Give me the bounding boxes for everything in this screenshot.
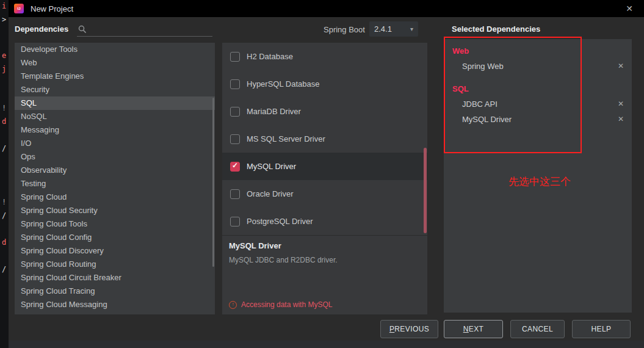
- selected-dependency-item: JDBC API: [462, 100, 497, 109]
- dependency-label: Oracle Driver: [247, 189, 294, 198]
- category-spring-cloud-messaging[interactable]: Spring Cloud Messaging: [15, 298, 215, 311]
- remove-dependency-icon[interactable]: ✕: [617, 100, 625, 108]
- guide-link-label: Accessing data with MySQL: [241, 300, 332, 309]
- category-spring-cloud-circuit-breaker[interactable]: Spring Cloud Circuit Breaker: [15, 271, 215, 285]
- background-code-glyph: /: [2, 265, 6, 274]
- cancel-button[interactable]: CANCEL: [510, 320, 565, 338]
- dependency-label: MySQL Driver: [247, 162, 296, 171]
- dependency-label: HyperSQL Database: [247, 79, 319, 89]
- next-button[interactable]: NEXT: [444, 320, 503, 338]
- dependency-checkbox[interactable]: [230, 217, 240, 227]
- selected-dependencies-panel: Web Spring Web ✕ SQL JDBC API ✕ MySQL Dr…: [444, 39, 632, 313]
- dependency-label: MS SQL Server Driver: [247, 134, 325, 143]
- background-code-glyph: !: [2, 198, 6, 206]
- dependency-row[interactable]: Oracle Driver: [222, 180, 427, 208]
- wizard-footer: PREVIOUS NEXT CANCEL HELP: [9, 316, 644, 341]
- dependency-detail-description: MySQL JDBC and R2DBC driver.: [229, 256, 427, 264]
- categories-scrollbar[interactable]: [212, 98, 214, 267]
- selected-group-sql: SQL: [452, 84, 469, 93]
- dependency-checkbox-checked[interactable]: ✓: [230, 162, 240, 172]
- close-icon[interactable]: ✕: [626, 4, 633, 13]
- spring-boot-label: Spring Boot: [324, 25, 365, 34]
- previous-button[interactable]: PREVIOUS: [380, 320, 438, 338]
- background-code-glyph: j: [2, 65, 6, 73]
- selected-group-web: Web: [452, 46, 469, 56]
- dependency-row[interactable]: H2 Database: [222, 43, 427, 70]
- intellij-logo-icon: IJ: [14, 4, 24, 13]
- guide-link[interactable]: ↑ Accessing data with MySQL: [229, 300, 332, 309]
- background-code-glyph: d: [2, 238, 6, 247]
- selected-dependency-item: Spring Web: [462, 62, 504, 71]
- search-icon: [78, 25, 87, 34]
- dependency-label: MariaDB Driver: [247, 107, 301, 116]
- background-code-glyph: d: [2, 117, 6, 126]
- dependency-checkbox[interactable]: [230, 134, 240, 144]
- screen: i > e j ! d / ! / d / IJ New Project ✕ D…: [0, 0, 644, 348]
- remove-dependency-icon[interactable]: ✕: [617, 62, 625, 70]
- dependencies-panel: H2 Database HyperSQL Database MariaDB Dr…: [222, 43, 427, 314]
- checkmark-icon: ✓: [232, 161, 238, 170]
- spring-boot-version-value: 2.4.1: [374, 24, 392, 34]
- background-code-glyph: e: [2, 51, 6, 60]
- dependency-checkbox[interactable]: [230, 107, 240, 117]
- category-ops[interactable]: Ops: [15, 150, 215, 164]
- category-web[interactable]: Web: [15, 56, 215, 70]
- annotation-text: 先选中这三个: [508, 175, 571, 189]
- spring-boot-version-select[interactable]: 2.4.1 ▾: [369, 21, 418, 37]
- dependency-row[interactable]: HyperSQL Database: [222, 70, 427, 98]
- dependencies-search-input[interactable]: [77, 22, 212, 37]
- background-editor-strip: i > e j ! d / ! / d /: [0, 0, 9, 348]
- dependency-row[interactable]: MS SQL Server Driver: [222, 125, 427, 153]
- spring-guide-icon: ↑: [229, 301, 237, 309]
- category-spring-cloud[interactable]: Spring Cloud: [15, 190, 215, 204]
- dependency-row[interactable]: PostgreSQL Driver: [222, 208, 427, 235]
- dependency-detail-title: MySQL Driver: [229, 241, 427, 250]
- category-sql[interactable]: SQL: [15, 96, 215, 110]
- category-testing[interactable]: Testing: [15, 177, 215, 190]
- dependency-checkbox[interactable]: [230, 52, 240, 62]
- category-spring-cloud-discovery[interactable]: Spring Cloud Discovery: [15, 244, 215, 258]
- dialog-titlebar: IJ New Project ✕: [9, 0, 644, 17]
- dialog-title: New Project: [31, 4, 73, 13]
- help-button[interactable]: HELP: [572, 320, 631, 338]
- remove-dependency-icon[interactable]: ✕: [617, 115, 625, 123]
- category-spring-cloud-routing[interactable]: Spring Cloud Routing: [15, 258, 215, 271]
- background-code-glyph: !: [2, 104, 6, 112]
- category-observability[interactable]: Observability: [15, 164, 215, 177]
- dependencies-label: Dependencies: [15, 24, 68, 34]
- dependency-detail-panel: MySQL Driver MySQL JDBC and R2DBC driver…: [222, 235, 427, 314]
- dependencies-list: H2 Database HyperSQL Database MariaDB Dr…: [222, 43, 427, 235]
- category-spring-cloud-security[interactable]: Spring Cloud Security: [15, 204, 215, 217]
- category-template-engines[interactable]: Template Engines: [15, 70, 215, 83]
- background-code-glyph: /: [2, 144, 6, 153]
- dependency-checkbox[interactable]: [230, 189, 240, 199]
- background-code-glyph: >: [2, 15, 6, 24]
- dependency-checkbox[interactable]: [230, 79, 240, 89]
- new-project-dialog: IJ New Project ✕ Dependencies Spring Boo…: [9, 0, 644, 341]
- chevron-down-icon: ▾: [410, 26, 413, 32]
- dependencies-header: Dependencies Spring Boot 2.4.1 ▾: [9, 17, 644, 40]
- category-io[interactable]: I/O: [15, 137, 215, 150]
- dependency-label: PostgreSQL Driver: [247, 217, 313, 226]
- categories-list: Developer Tools Web Template Engines Sec…: [15, 43, 215, 314]
- category-spring-cloud-tools[interactable]: Spring Cloud Tools: [15, 217, 215, 231]
- background-code-glyph: i: [2, 2, 6, 10]
- dependency-row-selected[interactable]: ✓ MySQL Driver: [222, 153, 427, 180]
- category-spring-cloud-config[interactable]: Spring Cloud Config: [15, 231, 215, 244]
- category-security[interactable]: Security: [15, 83, 215, 96]
- category-spring-cloud-tracing[interactable]: Spring Cloud Tracing: [15, 285, 215, 298]
- category-developer-tools[interactable]: Developer Tools: [15, 43, 215, 56]
- dependencies-scrollbar[interactable]: [424, 148, 427, 233]
- dependency-label: H2 Database: [247, 52, 293, 61]
- category-nosql[interactable]: NoSQL: [15, 110, 215, 123]
- selected-dependency-item: MySQL Driver: [462, 115, 512, 124]
- dependency-row[interactable]: MariaDB Driver: [222, 98, 427, 125]
- category-messaging[interactable]: Messaging: [15, 123, 215, 137]
- selected-dependencies-title: Selected Dependencies: [452, 24, 540, 34]
- background-code-glyph: /: [2, 211, 6, 220]
